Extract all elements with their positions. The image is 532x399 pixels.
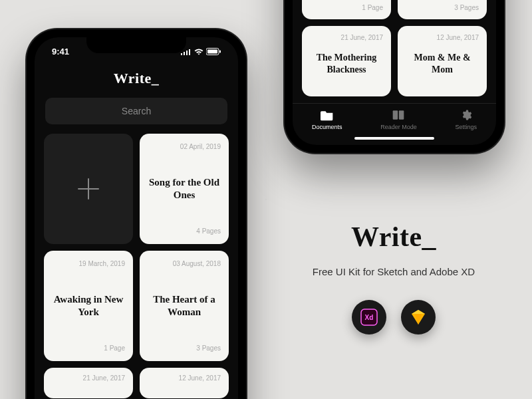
- document-card[interactable]: 1 Page: [302, 0, 391, 19]
- status-indicators: [181, 48, 221, 55]
- svg-marker-14: [412, 310, 425, 314]
- document-card[interactable]: 19 March, 2019 Awaking in New York 1 Pag…: [44, 251, 133, 361]
- svg-rect-5: [207, 50, 217, 54]
- plus-icon: [74, 175, 102, 203]
- tab-bar: Documents Reader Mode Settings: [293, 103, 496, 133]
- svg-rect-10: [399, 110, 404, 119]
- svg-rect-1: [184, 52, 185, 55]
- status-time: 9:41: [52, 47, 69, 57]
- tab-label: Reader Mode: [380, 124, 417, 130]
- home-indicator[interactable]: [354, 137, 434, 140]
- folder-icon: [321, 109, 334, 121]
- sketch-icon: [409, 309, 428, 326]
- card-title: Song for the Old Ones: [148, 176, 221, 201]
- card-date: 02 April, 2019: [148, 143, 221, 150]
- battery-icon: [206, 48, 221, 55]
- document-card[interactable]: 12 June, 2017 Mom & Me & Mom: [398, 26, 487, 96]
- wifi-icon: [194, 49, 203, 55]
- card-title: Mom & Me & Mom: [406, 52, 479, 75]
- sketch-badge[interactable]: [401, 300, 436, 334]
- card-pages: 1 Page: [52, 344, 125, 352]
- svg-rect-0: [181, 53, 182, 55]
- svg-rect-6: [219, 51, 221, 53]
- document-card[interactable]: 12 June, 2017: [140, 368, 229, 398]
- document-card[interactable]: 03 August, 2018 The Heart of a Woman 3 P…: [140, 251, 229, 361]
- svg-rect-9: [393, 110, 398, 119]
- tab-settings[interactable]: Settings: [456, 109, 477, 130]
- phone-mockup-right: 1 Page 3 Pages 21 June, 2017 The Motheri…: [285, 0, 504, 153]
- new-document-card[interactable]: [44, 134, 133, 244]
- tab-documents[interactable]: Documents: [312, 109, 342, 130]
- document-card[interactable]: 21 June, 2017 The Mothering Blackness: [302, 26, 391, 96]
- card-date: 12 June, 2017: [406, 34, 479, 41]
- search-input[interactable]: Search: [45, 98, 227, 124]
- phone-mockup-left: 9:41 Write_ Search 02 April, 2019 Song f…: [27, 29, 246, 399]
- card-date: 03 August, 2018: [148, 260, 221, 267]
- book-icon: [392, 109, 405, 121]
- adobe-xd-icon: Xd: [360, 309, 378, 326]
- card-date: 12 June, 2017: [148, 374, 221, 382]
- tab-reader-mode[interactable]: Reader Mode: [380, 109, 417, 130]
- promo-title: Write_: [294, 221, 493, 253]
- document-card[interactable]: 3 Pages: [398, 0, 487, 19]
- card-pages: 1 Page: [310, 4, 383, 11]
- app-title: Write_: [35, 70, 238, 87]
- phone-notch: [86, 37, 186, 53]
- card-title: The Heart of a Woman: [148, 293, 221, 319]
- document-card[interactable]: 02 April, 2019 Song for the Old Ones 4 P…: [140, 134, 229, 244]
- card-pages: 3 Pages: [406, 4, 479, 11]
- promo-block: Write_ Free UI Kit for Sketch and Adobe …: [294, 221, 493, 334]
- card-pages: 3 Pages: [148, 344, 221, 352]
- svg-rect-3: [189, 49, 190, 55]
- adobe-xd-badge[interactable]: Xd: [352, 300, 386, 334]
- card-date: 21 June, 2017: [310, 34, 383, 41]
- svg-text:Xd: Xd: [365, 314, 374, 321]
- gear-icon: [460, 109, 473, 121]
- card-title: Awaking in New York: [52, 293, 125, 319]
- card-date: 19 March, 2019: [52, 260, 125, 267]
- tab-label: Settings: [456, 124, 477, 130]
- card-date: 21 June, 2017: [52, 374, 125, 382]
- document-card[interactable]: 21 June, 2017: [44, 368, 133, 398]
- tab-label: Documents: [312, 124, 342, 130]
- promo-subtitle: Free UI Kit for Sketch and Adobe XD: [294, 266, 493, 277]
- card-pages: 4 Pages: [148, 227, 221, 235]
- svg-rect-2: [186, 51, 188, 55]
- card-title: The Mothering Blackness: [310, 52, 383, 75]
